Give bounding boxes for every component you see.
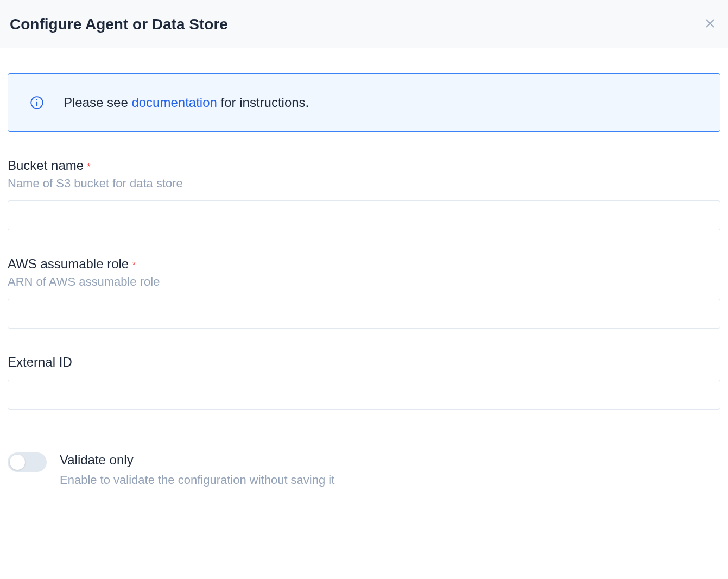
aws-role-field-group: AWS assumable role * ARN of AWS assumabl… <box>8 256 720 329</box>
dialog-title: Configure Agent or Data Store <box>10 16 228 33</box>
dialog-header: Configure Agent or Data Store <box>0 0 728 48</box>
info-icon <box>30 96 44 110</box>
section-divider <box>8 436 720 436</box>
aws-role-label: AWS assumable role <box>8 256 129 272</box>
validate-only-toggle[interactable] <box>8 452 47 472</box>
required-indicator: * <box>87 162 91 172</box>
external-id-field-group: External ID <box>8 355 720 410</box>
external-id-input[interactable] <box>8 380 720 410</box>
aws-role-input[interactable] <box>8 299 720 329</box>
bucket-name-field-group: Bucket name * Name of S3 bucket for data… <box>8 158 720 230</box>
aws-role-help: ARN of AWS assumable role <box>8 275 720 289</box>
close-icon <box>704 17 716 31</box>
info-prefix: Please see <box>64 95 131 110</box>
bucket-name-input[interactable] <box>8 200 720 230</box>
dialog-content: Please see documentation for instruction… <box>0 73 728 487</box>
validate-only-label: Validate only <box>60 452 334 468</box>
svg-point-4 <box>36 99 37 100</box>
validate-only-text: Validate only Enable to validate the con… <box>60 452 334 487</box>
info-suffix: for instructions. <box>217 95 309 110</box>
documentation-link[interactable]: documentation <box>131 95 217 110</box>
info-banner: Please see documentation for instruction… <box>8 73 720 132</box>
bucket-name-label: Bucket name <box>8 158 84 173</box>
validate-only-help: Enable to validate the configuration wit… <box>60 473 334 487</box>
validate-only-row: Validate only Enable to validate the con… <box>8 452 720 487</box>
required-indicator: * <box>132 261 136 270</box>
info-text: Please see documentation for instruction… <box>64 93 309 112</box>
toggle-knob <box>10 455 25 470</box>
bucket-name-help: Name of S3 bucket for data store <box>8 177 720 191</box>
external-id-label: External ID <box>8 355 72 370</box>
close-button[interactable] <box>702 15 718 33</box>
